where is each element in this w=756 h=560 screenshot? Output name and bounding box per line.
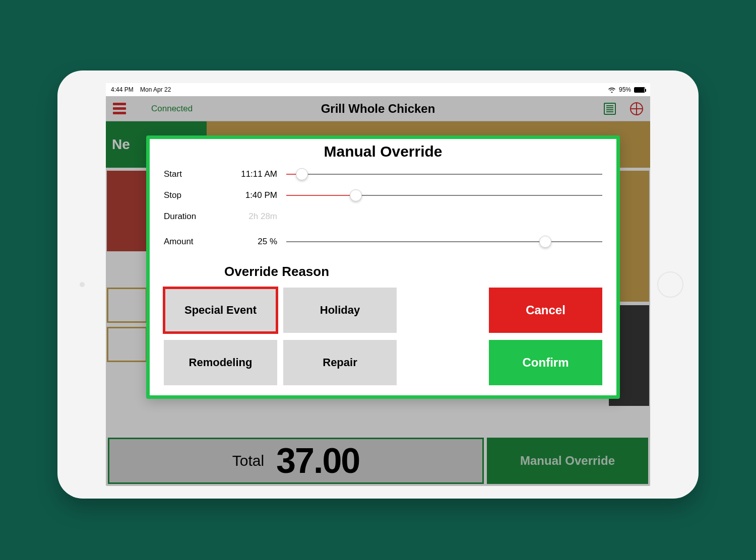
bg-block-left <box>107 171 147 251</box>
total-value: 37.00 <box>276 441 359 481</box>
ipad-frame: 4:44 PM Mon Apr 22 95% Connected Grill W… <box>57 71 699 499</box>
duration-value: 2h 28m <box>232 212 277 222</box>
grid-spacer <box>403 288 483 333</box>
row-amount: Amount 25 % <box>164 232 602 252</box>
stop-label: Stop <box>164 190 232 200</box>
modal-title: Manual Override <box>164 143 602 160</box>
screen: 4:44 PM Mon Apr 22 95% Connected Grill W… <box>106 83 650 486</box>
amount-label: Amount <box>164 237 232 247</box>
manual-override-modal: Manual Override Start 11:11 AM Stop 1:40… <box>146 135 620 399</box>
camera-dot <box>80 282 85 287</box>
start-value: 11:11 AM <box>232 169 277 179</box>
app-header: Connected Grill Whole Chicken <box>106 96 650 121</box>
reason-special-event[interactable]: Special Event <box>164 288 277 333</box>
status-date: Mon Apr 22 <box>140 86 171 93</box>
status-battery-pct: 95% <box>619 86 631 93</box>
grid-spacer <box>403 340 483 385</box>
start-slider[interactable] <box>286 169 602 179</box>
amount-value: 25 % <box>232 237 277 247</box>
row-start: Start 11:11 AM <box>164 164 602 184</box>
override-reason-grid: Special Event Holiday Cancel Remodeling … <box>164 288 602 385</box>
row-stop: Stop 1:40 PM <box>164 185 602 205</box>
start-label: Start <box>164 169 232 179</box>
total-bar: Total 37.00 <box>108 438 484 484</box>
status-bar: 4:44 PM Mon Apr 22 95% <box>106 83 650 96</box>
wifi-icon <box>608 87 616 93</box>
cancel-button[interactable]: Cancel <box>489 288 602 333</box>
duration-label: Duration <box>164 212 232 222</box>
page-title: Grill Whole Chicken <box>106 102 650 116</box>
globe-icon[interactable] <box>630 102 643 115</box>
list-item <box>107 327 147 362</box>
reason-remodeling[interactable]: Remodeling <box>164 340 277 385</box>
reason-holiday[interactable]: Holiday <box>283 288 397 333</box>
reason-repair[interactable]: Repair <box>283 340 397 385</box>
home-button[interactable] <box>657 271 683 298</box>
manual-override-button[interactable]: Manual Override <box>487 438 648 484</box>
list-item <box>107 288 147 323</box>
report-icon[interactable] <box>604 103 616 115</box>
override-reason-title: Override Reason <box>224 264 602 279</box>
battery-icon <box>634 87 645 93</box>
status-time: 4:44 PM <box>111 86 134 93</box>
row-duration: Duration 2h 28m <box>164 206 602 227</box>
amount-slider[interactable] <box>286 237 602 247</box>
confirm-button[interactable]: Confirm <box>489 340 602 385</box>
stop-slider[interactable] <box>286 190 602 200</box>
total-label: Total <box>232 452 264 469</box>
stop-value: 1:40 PM <box>232 190 277 200</box>
